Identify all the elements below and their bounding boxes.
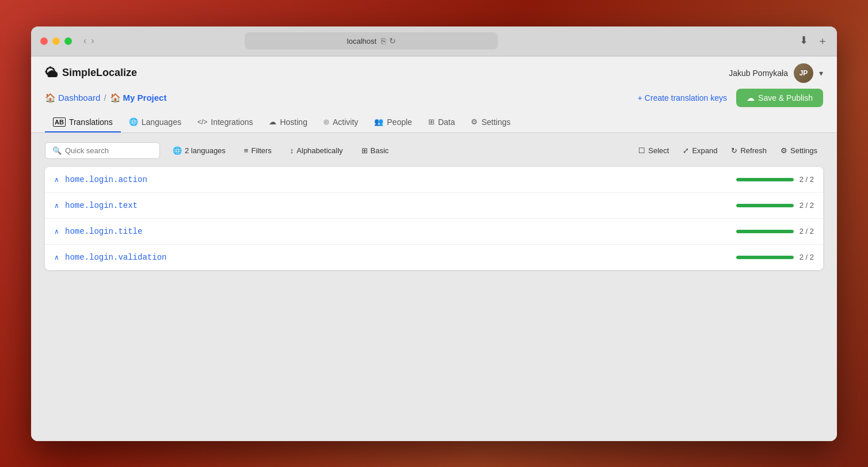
row-progress: 2 / 2	[736, 253, 814, 261]
close-button[interactable]	[40, 37, 48, 45]
row-collapse-icon[interactable]: ∧	[54, 227, 59, 236]
save-publish-label: Save & Publish	[758, 93, 813, 102]
view-icon: ⊞	[361, 146, 368, 155]
user-name: Jakub Pomykała	[729, 69, 788, 78]
app-logo: 🌥 SimpleLocalize	[45, 66, 137, 81]
chevron-down-icon[interactable]: ▾	[819, 69, 823, 78]
project-breadcrumb[interactable]: 🏠 My Project	[110, 93, 167, 103]
translation-key: home.login.title	[65, 227, 736, 236]
checkbox-icon: ☐	[638, 146, 645, 155]
tab-hosting[interactable]: ☁ Hosting	[261, 113, 315, 132]
titlebar-right-icons: ⬇ ＋	[800, 34, 828, 48]
tab-activity-label: Activity	[333, 117, 358, 127]
translation-key: home.login.action	[65, 175, 736, 184]
settings-icon: ⚙	[471, 117, 478, 126]
expand-icon: ⤢	[683, 146, 689, 155]
save-publish-button[interactable]: ☁ Save & Publish	[736, 89, 823, 107]
minimize-button[interactable]	[52, 37, 60, 45]
row-progress: 2 / 2	[736, 201, 814, 210]
refresh-icon: ↻	[731, 146, 737, 155]
filters-button[interactable]: ≡ Filters	[238, 143, 277, 158]
progress-bar	[736, 204, 794, 207]
tab-settings[interactable]: ⚙ Settings	[463, 113, 519, 132]
languages-label: 2 languages	[185, 146, 226, 155]
progress-count: 2 / 2	[800, 227, 814, 236]
breadcrumb: 🏠 Dashboard / 🏠 My Project	[45, 93, 166, 103]
row-progress: 2 / 2	[736, 175, 814, 184]
tab-translations-label: Translations	[69, 117, 113, 127]
tab-data[interactable]: ⊞ Data	[420, 113, 463, 132]
traffic-lights	[40, 37, 72, 45]
progress-bar	[736, 230, 794, 233]
filter-icon: ≡	[244, 146, 249, 155]
view-button[interactable]: ⊞ Basic	[356, 143, 395, 158]
home-icon: 🏠	[45, 93, 56, 103]
tab-people[interactable]: 👥 People	[366, 113, 420, 132]
translation-table: ∧ home.login.action 2 / 2 ∧ home.login.t…	[45, 167, 823, 270]
row-collapse-icon[interactable]: ∧	[54, 202, 59, 210]
nav-arrows: ‹ ›	[83, 36, 94, 46]
url-icons: ⎘ ↻	[381, 36, 396, 45]
progress-bar	[736, 256, 794, 259]
row-progress: 2 / 2	[736, 227, 814, 236]
search-box[interactable]: 🔍	[45, 142, 160, 159]
reload-icon[interactable]: ↻	[389, 36, 396, 45]
url-bar[interactable]: localhost ⎘ ↻	[245, 32, 498, 50]
refresh-label: Refresh	[740, 146, 767, 155]
titlebar: ‹ › localhost ⎘ ↻ ⬇ ＋	[31, 26, 837, 56]
new-tab-icon[interactable]: ＋	[817, 34, 828, 48]
forward-arrow-icon[interactable]: ›	[91, 36, 94, 46]
create-translation-keys-link[interactable]: + Create translation keys	[638, 93, 727, 102]
dashboard-link[interactable]: 🏠 Dashboard	[45, 93, 100, 103]
breadcrumb-row: 🏠 Dashboard / 🏠 My Project + Create tran…	[45, 89, 823, 107]
create-keys-label: + Create translation keys	[638, 93, 727, 102]
translation-key: home.login.text	[65, 201, 736, 210]
user-section[interactable]: Jakub Pomykała JP ▾	[729, 63, 823, 83]
languages-filter-button[interactable]: 🌐 2 languages	[167, 143, 231, 158]
table-row[interactable]: ∧ home.login.action 2 / 2	[45, 167, 823, 193]
integrations-icon: </>	[197, 118, 207, 126]
tab-translations[interactable]: AB Translations	[45, 113, 121, 132]
translations-icon: AB	[53, 117, 66, 127]
progress-bar-fill	[736, 230, 794, 233]
tab-activity[interactable]: ◎ Activity	[315, 113, 366, 132]
hosting-icon: ☁	[269, 117, 276, 126]
url-text: localhost	[347, 37, 376, 45]
dashboard-label: Dashboard	[58, 93, 100, 102]
sort-button[interactable]: ↕ Alphabetically	[284, 143, 349, 158]
row-collapse-icon[interactable]: ∧	[54, 253, 59, 261]
languages-icon: 🌐	[129, 117, 138, 126]
toolbar: 🔍 🌐 2 languages ≡ Filters ↕ Alphabetical…	[45, 142, 823, 159]
table-row[interactable]: ∧ home.login.title 2 / 2	[45, 219, 823, 245]
nav-tabs: AB Translations 🌐 Languages </> Integrat…	[45, 113, 823, 132]
view-label: Basic	[371, 146, 389, 155]
table-row[interactable]: ∧ home.login.validation 2 / 2	[45, 245, 823, 270]
filters-label: Filters	[251, 146, 271, 155]
select-button[interactable]: ☐ Select	[633, 143, 675, 158]
progress-count: 2 / 2	[800, 201, 814, 210]
main-content: 🔍 🌐 2 languages ≡ Filters ↕ Alphabetical…	[31, 133, 837, 441]
progress-count: 2 / 2	[800, 175, 814, 184]
table-row[interactable]: ∧ home.login.text 2 / 2	[45, 193, 823, 219]
expand-button[interactable]: ⤢ Expand	[677, 143, 723, 158]
search-input[interactable]	[65, 146, 153, 155]
translation-key: home.login.validation	[65, 253, 736, 262]
logo-icon: 🌥	[45, 66, 58, 81]
globe-icon: 🌐	[173, 146, 182, 155]
maximize-button[interactable]	[64, 37, 72, 45]
progress-bar	[736, 178, 794, 181]
refresh-button[interactable]: ↻ Refresh	[725, 143, 772, 158]
data-icon: ⊞	[428, 117, 435, 126]
tab-integrations[interactable]: </> Integrations	[189, 113, 261, 132]
settings-button[interactable]: ⚙ Settings	[775, 143, 823, 158]
download-icon[interactable]: ⬇	[800, 34, 808, 48]
back-arrow-icon[interactable]: ‹	[83, 36, 86, 46]
breadcrumb-separator: /	[104, 93, 106, 102]
tab-languages-label: Languages	[142, 117, 181, 127]
sort-label: Alphabetically	[296, 146, 342, 155]
tab-languages[interactable]: 🌐 Languages	[121, 113, 189, 132]
select-label: Select	[648, 146, 669, 155]
tab-integrations-label: Integrations	[211, 117, 253, 127]
tab-hosting-label: Hosting	[280, 117, 307, 127]
row-collapse-icon[interactable]: ∧	[54, 176, 59, 184]
